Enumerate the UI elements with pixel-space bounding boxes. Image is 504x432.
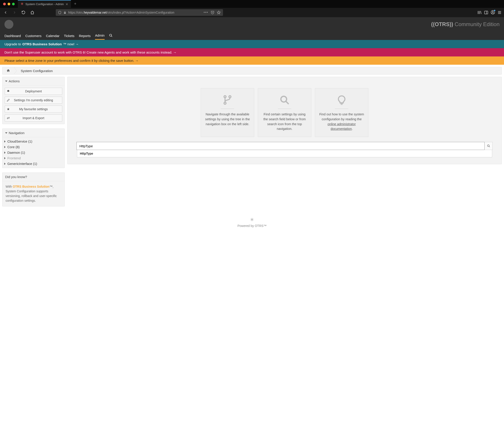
pocket-icon[interactable] — [210, 10, 215, 15]
nav-bar: https://otrs.heyvaldemar.net/otrs/index.… — [0, 8, 504, 17]
forward-button[interactable] — [11, 9, 18, 16]
svg-point-10 — [281, 96, 287, 102]
breadcrumb-home[interactable] — [2, 69, 14, 73]
svg-point-4 — [492, 11, 494, 12]
edit-icon — [5, 99, 12, 102]
content-widget: Navigate through the available settings … — [67, 77, 502, 164]
nav-tree-cloudservice[interactable]: CloudService (1) — [2, 138, 64, 144]
banner-timezone-warning[interactable]: Please select a time zone in your prefer… — [0, 56, 504, 65]
search-area: HttpType — [76, 142, 493, 157]
info-card-text: Find out how to use the system configura… — [319, 112, 364, 131]
search-suggestion[interactable]: HttpType — [77, 150, 492, 157]
footer-text: Powered by OTRS™ — [0, 224, 504, 228]
didyouknow-widget: Did you know? With OTRS Business Solutio… — [2, 173, 65, 206]
home-button[interactable] — [29, 9, 36, 16]
breadcrumb: System Configuration — [2, 67, 502, 74]
reload-button[interactable] — [20, 9, 27, 16]
caret-right-icon — [4, 152, 6, 154]
caret-down-icon — [5, 132, 7, 134]
tab-favicon-icon — [20, 2, 24, 6]
browser-right-nav — [477, 10, 502, 15]
main-layout: Actions Deployment Settings I'm currentl… — [0, 77, 504, 211]
app-nav: Dashboard Customers Calendar Tickets Rep… — [0, 31, 504, 40]
exchange-icon — [5, 117, 12, 119]
app-header: ((OTRS)) Community Edition Dashboard Cus… — [0, 17, 504, 40]
nav-customers[interactable]: Customers — [25, 32, 42, 39]
close-tab-icon[interactable]: ✕ — [66, 2, 68, 6]
caret-right-icon — [4, 146, 6, 148]
breadcrumb-current: System Configuration — [17, 69, 57, 73]
sidebar-icon[interactable] — [484, 10, 488, 15]
actions-widget: Actions Deployment Settings I'm currentl… — [2, 77, 65, 124]
url-bar[interactable]: https://otrs.heyvaldemar.net/otrs/index.… — [56, 9, 223, 16]
main-content: Navigate through the available settings … — [67, 77, 502, 164]
more-icon[interactable]: ••• — [204, 10, 208, 15]
nav-reports[interactable]: Reports — [79, 32, 91, 39]
svg-point-12 — [487, 145, 489, 147]
sidebar: Actions Deployment Settings I'm currentl… — [2, 77, 65, 206]
tab-bar: System Configuration - Admin ✕ + — [0, 0, 504, 8]
action-deployment[interactable]: Deployment — [5, 88, 62, 95]
traffic-lights — [0, 3, 18, 5]
nav-tree-daemon[interactable]: Daemon (1) — [2, 150, 64, 155]
search-large-icon — [262, 95, 307, 106]
close-window-icon[interactable] — [3, 3, 6, 5]
banner-superuser-warning[interactable]: Don't use the Superuser account to work … — [0, 48, 504, 56]
caret-right-icon — [4, 140, 6, 143]
new-tab-button[interactable]: + — [71, 1, 80, 6]
svg-point-9 — [224, 102, 226, 104]
documentation-link[interactable]: online administrator documentation — [328, 122, 356, 131]
svg-point-8 — [229, 96, 231, 98]
nav-search-icon[interactable] — [109, 34, 113, 38]
shield-icon — [58, 11, 62, 14]
navigation-header[interactable]: Navigation — [2, 129, 64, 137]
nav-dashboard[interactable]: Dashboard — [4, 32, 21, 39]
avatar[interactable] — [4, 20, 13, 29]
caret-right-icon — [4, 163, 6, 165]
breadcrumb-separator-icon — [14, 67, 17, 74]
otrs-logo-icon — [0, 218, 504, 222]
svg-rect-0 — [64, 12, 66, 14]
action-import-export[interactable]: Import & Export — [5, 114, 62, 122]
nav-tree-frontend[interactable]: Frontend — [2, 155, 64, 161]
minimize-window-icon[interactable] — [8, 3, 10, 5]
svg-line-6 — [111, 36, 112, 37]
actions-header[interactable]: Actions — [2, 77, 64, 85]
tab-title: System Configuration - Admin — [26, 2, 64, 6]
search-icon — [487, 144, 490, 147]
branch-icon — [205, 95, 250, 106]
nav-tickets[interactable]: Tickets — [64, 32, 74, 39]
menu-icon[interactable] — [497, 10, 502, 15]
info-card-documentation: Find out how to use the system configura… — [315, 88, 369, 137]
search-input[interactable] — [76, 142, 485, 150]
nav-tree-core[interactable]: Core (8) — [2, 144, 64, 150]
svg-point-7 — [224, 96, 226, 98]
svg-line-13 — [489, 146, 490, 147]
info-card-text: Find certain settings by using the searc… — [262, 112, 307, 131]
account-icon[interactable] — [491, 10, 495, 15]
browser-tab[interactable]: System Configuration - Admin ✕ — [18, 0, 71, 8]
info-card-text: Navigate through the available settings … — [205, 112, 250, 127]
url-text: https://otrs.heyvaldemar.net/otrs/index.… — [68, 11, 202, 14]
lock-icon — [63, 11, 66, 14]
info-card-search: Find certain settings by using the searc… — [258, 88, 311, 137]
action-favourite-settings[interactable]: My favourite settings — [5, 106, 62, 113]
nav-admin[interactable]: Admin — [95, 32, 105, 40]
nav-calendar[interactable]: Calendar — [46, 32, 60, 39]
navigation-widget: Navigation CloudService (1) Core (8) Dae… — [2, 129, 65, 168]
footer: Powered by OTRS™ — [0, 211, 504, 234]
caret-right-icon — [4, 157, 6, 159]
browser-chrome: System Configuration - Admin ✕ + https:/… — [0, 0, 504, 17]
maximize-window-icon[interactable] — [12, 3, 15, 5]
rocket-icon — [5, 90, 12, 93]
svg-point-5 — [109, 34, 111, 36]
bookmark-star-icon[interactable] — [217, 10, 221, 15]
search-button[interactable] — [485, 142, 493, 150]
action-editing-settings[interactable]: Settings I'm currently editing — [5, 97, 62, 104]
nav-tree-genericinterface[interactable]: GenericInterface (1) — [2, 161, 64, 166]
star-icon — [5, 108, 12, 111]
back-button[interactable] — [2, 9, 9, 16]
banner-upgrade[interactable]: Upgrade to OTRS Business Solution™ now! … — [0, 40, 504, 48]
info-card-navigate: Navigate through the available settings … — [201, 88, 254, 137]
library-icon[interactable] — [477, 10, 482, 15]
